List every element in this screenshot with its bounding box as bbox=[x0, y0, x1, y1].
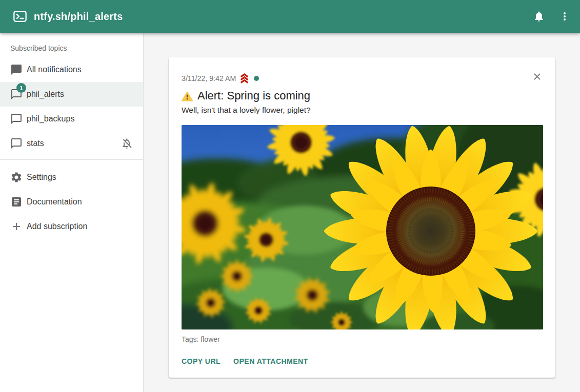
sidebar-item-label: stats bbox=[27, 139, 44, 148]
page-title: ntfy.sh/phil_alerts bbox=[34, 11, 123, 23]
sidebar-item-label: phil_alerts bbox=[27, 90, 64, 99]
sidebar-item-phil-backups[interactable]: phil_backups bbox=[0, 107, 143, 131]
notifications-off-icon bbox=[121, 137, 133, 150]
sidebar: Subscribed topics All notifications 1 ph… bbox=[0, 33, 144, 392]
notification-card: 3/11/22, 9:42 AM bbox=[169, 57, 555, 378]
notification-title: Alert: Spring is coming bbox=[197, 89, 310, 102]
sidebar-item-settings[interactable]: Settings bbox=[0, 165, 143, 190]
sidebar-item-documentation[interactable]: Documentation bbox=[0, 190, 143, 214]
open-attachment-button[interactable]: OPEN ATTACHMENT bbox=[233, 357, 308, 365]
max-priority-icon bbox=[238, 72, 250, 84]
notification-timestamp: 3/11/22, 9:42 AM bbox=[182, 74, 236, 82]
plus-icon bbox=[10, 220, 23, 233]
sidebar-item-add-subscription[interactable]: Add subscription bbox=[0, 214, 143, 239]
chat-bubble-outline-icon bbox=[10, 137, 23, 150]
sidebar-item-label: Settings bbox=[27, 173, 56, 182]
close-icon[interactable] bbox=[532, 71, 543, 82]
card-actions: COPY URL OPEN ATTACHMENT bbox=[182, 357, 543, 365]
ntfy-terminal-logo-icon bbox=[13, 9, 27, 24]
overflow-menu-icon[interactable] bbox=[558, 10, 571, 23]
sidebar-item-label: Add subscription bbox=[27, 222, 87, 231]
notification-title-row: Alert: Spring is coming bbox=[182, 89, 543, 102]
warning-triangle-icon bbox=[182, 91, 193, 101]
notifications-bell-icon[interactable] bbox=[533, 10, 545, 23]
article-icon bbox=[10, 196, 23, 208]
subscribed-topics-label: Subscribed topics bbox=[0, 33, 143, 57]
chat-bubble-outline-icon: 1 bbox=[10, 88, 23, 100]
notification-body: Well, isn't that a lovely flower, piglet… bbox=[182, 106, 543, 115]
main-content: 3/11/22, 9:42 AM bbox=[144, 33, 580, 392]
notification-meta-row: 3/11/22, 9:42 AM bbox=[182, 72, 543, 84]
sidebar-divider bbox=[0, 159, 143, 160]
sidebar-item-phil-alerts[interactable]: 1 phil_alerts bbox=[0, 82, 143, 107]
sidebar-item-label: All notifications bbox=[27, 65, 82, 74]
sidebar-item-label: Documentation bbox=[27, 197, 82, 207]
unread-count-badge: 1 bbox=[16, 83, 26, 93]
chat-bubble-outline-icon bbox=[10, 113, 23, 125]
new-indicator-dot bbox=[254, 76, 259, 81]
attachment-image[interactable] bbox=[182, 125, 543, 329]
sidebar-item-label: phil_backups bbox=[27, 114, 74, 123]
sidebar-item-all-notifications[interactable]: All notifications bbox=[0, 57, 143, 82]
sidebar-item-stats[interactable]: stats bbox=[0, 131, 143, 156]
copy-url-button[interactable]: COPY URL bbox=[182, 357, 221, 365]
notification-tags: Tags: flower bbox=[182, 335, 543, 343]
app-bar: ntfy.sh/phil_alerts bbox=[0, 0, 580, 33]
gear-icon bbox=[10, 171, 23, 183]
chat-bubble-filled-icon bbox=[10, 64, 23, 76]
